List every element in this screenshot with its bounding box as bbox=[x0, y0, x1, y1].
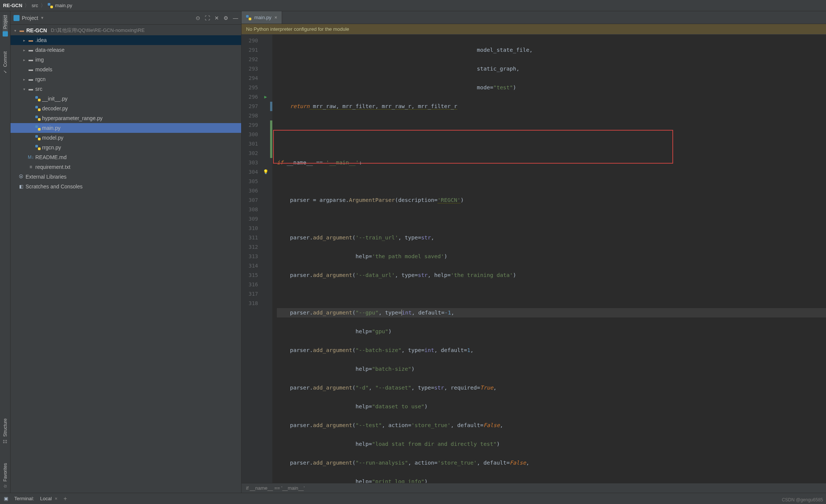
code-text: help= bbox=[277, 403, 372, 409]
editor-tabs: main.py × bbox=[242, 11, 826, 24]
code-text: ( bbox=[352, 460, 356, 466]
tree-file-main[interactable]: main.py bbox=[11, 123, 241, 133]
code-text: ) bbox=[461, 197, 464, 203]
project-tool-tab[interactable]: Project bbox=[3, 15, 8, 36]
code-text: ) bbox=[513, 272, 516, 278]
folder-icon: ▬ bbox=[28, 76, 34, 82]
chevron-right-icon[interactable]: ▸ bbox=[22, 48, 26, 52]
tree-file-init[interactable]: __init__.py bbox=[11, 94, 241, 104]
tree-folder-src[interactable]: ▾ ▬ src bbox=[11, 84, 241, 94]
tree-root-path: D:\其他应用\QQ\file\RE-GCN-nomoxing\RE bbox=[51, 27, 145, 34]
tree-file-hyperparam[interactable]: hyperparameter_range.py bbox=[11, 113, 241, 123]
code-text: , bbox=[431, 235, 434, 241]
hide-icon[interactable]: — bbox=[233, 15, 238, 21]
tree-label: img bbox=[35, 57, 44, 63]
project-icon bbox=[14, 15, 20, 21]
chevron-right-icon[interactable]: ▸ bbox=[22, 77, 26, 81]
tree-folder-img[interactable]: ▸ ▬ img bbox=[11, 55, 241, 65]
close-icon[interactable]: × bbox=[275, 15, 278, 20]
tree-folder-rgcn[interactable]: ▸ ▬ rgcn bbox=[11, 74, 241, 84]
chevron-right-icon[interactable]: ▸ bbox=[22, 58, 26, 62]
code-text: add_argument bbox=[313, 385, 352, 391]
breadcrumb-folder[interactable]: src bbox=[32, 3, 38, 8]
add-terminal-button[interactable]: + bbox=[63, 495, 67, 502]
code-text: return bbox=[290, 103, 310, 109]
code-text: parser. bbox=[277, 385, 313, 391]
breadcrumb-file[interactable]: main.py bbox=[48, 3, 72, 8]
breadcrumb-file-label: main.py bbox=[55, 3, 72, 8]
code-text: help= bbox=[277, 441, 372, 447]
tree-root[interactable]: ▾ ▬ RE-GCN D:\其他应用\QQ\file\RE-GCN-nomoxi… bbox=[11, 26, 241, 35]
interpreter-warning[interactable]: No Python interpreter configured for the… bbox=[242, 24, 826, 35]
code-text: str bbox=[434, 385, 444, 391]
terminal-session-label: Local bbox=[40, 496, 52, 501]
code-text: ( bbox=[352, 347, 356, 353]
line-numbers: 2902912922932942952962972982993003013023… bbox=[242, 35, 261, 483]
select-opened-file-icon[interactable]: ⊙ bbox=[196, 15, 200, 21]
breadcrumb-project[interactable]: RE-GCN bbox=[3, 3, 22, 8]
code-text: "--batch-size" bbox=[356, 347, 402, 353]
run-gutter-icon[interactable]: ▶ bbox=[264, 94, 267, 99]
code-text: , bbox=[500, 422, 503, 428]
gear-icon[interactable]: ⚙ bbox=[223, 15, 228, 21]
code-breadcrumb[interactable]: if __name__ == '__main__' bbox=[242, 483, 826, 493]
terminal-session[interactable]: Local × bbox=[40, 496, 57, 501]
tree-label: src bbox=[35, 86, 42, 92]
code-text: 1 bbox=[467, 347, 470, 353]
terminal-label[interactable]: Terminal: bbox=[14, 496, 34, 501]
favorites-tool-label: Favorites bbox=[3, 463, 8, 481]
tree-label: hyperparameter_range.py bbox=[42, 115, 103, 121]
tree-external-libraries[interactable]: ⦿ External Libraries bbox=[11, 172, 241, 182]
tree-file-requirement[interactable]: ≡ requirement.txt bbox=[11, 162, 241, 172]
tree-file-readme[interactable]: M↓ README.md bbox=[11, 152, 241, 162]
commit-tool-tab[interactable]: ✓ Commit bbox=[3, 51, 8, 74]
code-text: , default= bbox=[451, 422, 483, 428]
code-text: parser = argparse. bbox=[277, 197, 349, 203]
chevron-right-icon[interactable]: ▸ bbox=[22, 38, 26, 42]
terminal-icon[interactable]: ▣ bbox=[4, 496, 8, 501]
code-content[interactable]: model_state_file, static_graph, mode="te… bbox=[272, 35, 826, 483]
code-text: parser. bbox=[277, 422, 313, 428]
code-text: ( bbox=[352, 422, 356, 428]
tree-scratches[interactable]: ◧ Scratches and Consoles bbox=[11, 182, 241, 191]
code-text: , type= bbox=[398, 235, 421, 241]
structure-tool-tab[interactable]: ☷ Structure bbox=[3, 418, 8, 444]
gutter-marks: ▶💡 bbox=[261, 35, 270, 483]
tree-folder-idea[interactable]: ▸ ▬ .idea bbox=[11, 35, 241, 45]
code-editor[interactable]: 2902912922932942952962972982993003013023… bbox=[242, 35, 826, 483]
folder-icon: ▬ bbox=[28, 86, 34, 92]
bulb-gutter-icon[interactable]: 💡 bbox=[263, 169, 269, 175]
code-text: , action= bbox=[408, 460, 438, 466]
tree-file-model[interactable]: model.py bbox=[11, 133, 241, 143]
libraries-icon: ⦿ bbox=[18, 174, 24, 180]
code-text: "print log info" bbox=[372, 478, 424, 483]
project-panel-title[interactable]: Project ▼ bbox=[14, 15, 44, 21]
expand-all-icon[interactable]: ⛶ bbox=[205, 15, 210, 21]
code-text: 'store_true' bbox=[438, 460, 477, 466]
tree-folder-models[interactable]: ▬ models bbox=[11, 65, 241, 74]
structure-tool-label: Structure bbox=[3, 418, 8, 437]
code-text: parser. bbox=[277, 272, 313, 278]
close-icon[interactable]: × bbox=[54, 496, 57, 501]
chevron-down-icon[interactable]: ▾ bbox=[13, 29, 17, 33]
close-icon[interactable]: ✕ bbox=[214, 15, 219, 21]
editor-tab-main[interactable]: main.py × bbox=[242, 11, 282, 24]
code-text: , bbox=[470, 347, 474, 353]
code-text: "test" bbox=[493, 84, 513, 90]
code-text: : bbox=[359, 159, 362, 165]
tree-label: decoder.py bbox=[42, 105, 68, 111]
tree-folder-data-release[interactable]: ▸ ▬ data-release bbox=[11, 45, 241, 55]
tree-file-rrgcn[interactable]: rrgcn.py bbox=[11, 143, 241, 152]
code-text: 'REGCN' bbox=[438, 197, 461, 203]
project-tree[interactable]: ▾ ▬ RE-GCN D:\其他应用\QQ\file\RE-GCN-nomoxi… bbox=[11, 25, 241, 493]
tree-file-decoder[interactable]: decoder.py bbox=[11, 104, 241, 113]
favorites-tool-tab[interactable]: ☆ Favorites bbox=[3, 463, 8, 489]
code-text: 'the training data' bbox=[451, 272, 513, 278]
folder-icon: ▬ bbox=[28, 37, 34, 43]
chevron-down-icon[interactable]: ▾ bbox=[22, 87, 26, 91]
folder-icon: ▬ bbox=[28, 66, 34, 72]
markdown-file-icon: M↓ bbox=[28, 154, 34, 160]
breadcrumb[interactable]: RE-GCN 〉 src 〉 main.py bbox=[0, 0, 826, 11]
editor-area: main.py × No Python interpreter configur… bbox=[242, 11, 826, 493]
code-text: parser. bbox=[277, 235, 313, 241]
